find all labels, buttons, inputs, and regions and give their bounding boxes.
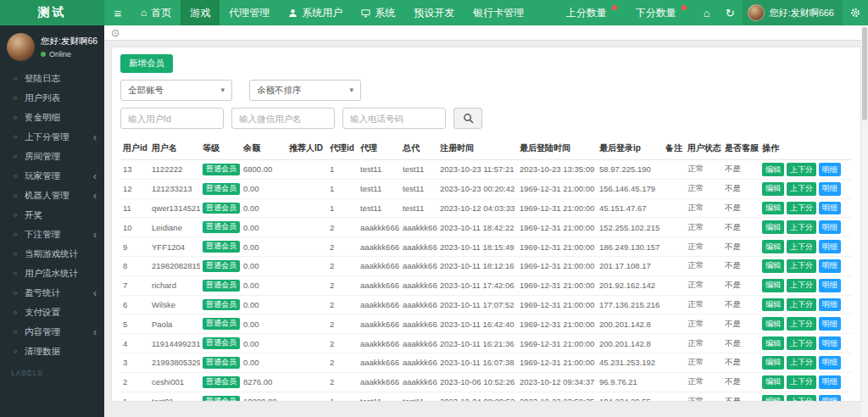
updown-button[interactable]: 上下分 <box>787 298 816 312</box>
detail-button[interactable]: 明细 <box>819 163 841 176</box>
edit-button[interactable]: 编辑 <box>762 356 784 370</box>
page-scrollbar[interactable] <box>861 25 868 417</box>
edit-button[interactable]: 编辑 <box>762 163 784 176</box>
sidebar-item-3[interactable]: ○上下分管理‹ <box>0 127 104 147</box>
edit-button[interactable]: 编辑 <box>762 202 784 215</box>
detail-button[interactable]: 明细 <box>819 375 841 389</box>
search-button[interactable] <box>453 108 482 129</box>
detail-button[interactable]: 明细 <box>819 336 841 350</box>
wechat-name-input[interactable] <box>231 108 335 129</box>
sidebar-item-8[interactable]: ○下注管理‹ <box>0 225 104 244</box>
column-header-0[interactable]: 用户id <box>120 137 149 160</box>
updown-button[interactable]: 上下分 <box>787 395 816 402</box>
column-header-6[interactable]: 代理 <box>358 137 400 160</box>
column-header-1[interactable]: 用户名 <box>149 137 200 160</box>
detail-button[interactable]: 明细 <box>819 356 841 370</box>
user-id-input[interactable] <box>120 108 224 129</box>
updown-button[interactable]: 上下分 <box>787 317 816 331</box>
cell-reg_time: 2023-10-06 10:52:26 <box>437 372 517 392</box>
tab-refresh-icon[interactable]: ⊙ <box>111 28 120 38</box>
cell-general_agent: test11 <box>400 160 437 180</box>
topnav-item-0[interactable]: ⌂首页 <box>131 0 181 25</box>
sidebar-item-10[interactable]: ○用户流水统计 <box>0 264 104 283</box>
column-header-8[interactable]: 注册时间 <box>437 137 517 160</box>
add-member-button[interactable]: 新增会员 <box>120 54 173 73</box>
cell-value-general_agent: test11 <box>403 397 424 402</box>
topnav-item-4[interactable]: 系统 <box>352 0 404 25</box>
detail-button[interactable]: 明细 <box>819 395 841 402</box>
menu-toggle-icon[interactable]: ≡ <box>104 0 131 25</box>
column-header-11[interactable]: 备注 <box>663 137 685 160</box>
updown-button[interactable]: 上下分 <box>787 336 816 350</box>
detail-button[interactable]: 明细 <box>819 298 841 312</box>
edit-button[interactable]: 编辑 <box>762 220 784 234</box>
updown-button[interactable]: 上下分 <box>787 220 816 234</box>
updown-button[interactable]: 上下分 <box>787 163 816 176</box>
column-header-5[interactable]: 代理id <box>327 137 358 160</box>
account-filter-select[interactable]: 全部账号 ▾ <box>120 80 232 101</box>
column-header-7[interactable]: 总代 <box>400 137 437 160</box>
sidebar-item-1[interactable]: ○用户列表 <box>0 88 104 108</box>
updown-button[interactable]: 上下分 <box>787 259 816 273</box>
sidebar-item-13[interactable]: ○内容管理‹ <box>0 322 104 342</box>
column-header-4[interactable]: 推荐人ID <box>287 137 327 160</box>
sidebar-item-12[interactable]: ○支付设置 <box>0 303 104 322</box>
column-header-3[interactable]: 余额 <box>241 137 287 160</box>
column-header-14[interactable]: 操作 <box>760 137 852 160</box>
detail-button[interactable]: 明细 <box>819 202 841 215</box>
updown-button[interactable]: 上下分 <box>787 356 816 370</box>
sidebar-item-6[interactable]: ○机器人管理‹ <box>0 186 104 205</box>
sidebar-item-9[interactable]: ○当期游戏统计 <box>0 244 104 264</box>
sidebar-item-7[interactable]: ○开奖 <box>0 205 104 225</box>
edit-button[interactable]: 编辑 <box>762 182 784 196</box>
edit-button[interactable]: 编辑 <box>762 240 784 253</box>
edit-button[interactable]: 编辑 <box>762 298 784 312</box>
edit-button[interactable]: 编辑 <box>762 279 784 292</box>
column-header-13[interactable]: 是否客服 <box>722 137 760 160</box>
sidebar-item-11[interactable]: ○盈亏统计‹ <box>0 283 104 303</box>
home-shortcut-icon[interactable]: ⌂ <box>696 0 718 25</box>
cell-actions: 编辑上下分明细 <box>760 218 852 237</box>
updown-button[interactable]: 上下分 <box>787 375 816 389</box>
topnav-item-1[interactable]: 游戏 <box>181 0 220 25</box>
user-menu[interactable]: 您好:发财啊666 <box>743 0 843 25</box>
detail-button[interactable]: 明细 <box>819 279 841 292</box>
up-score-button[interactable]: 上分数量 <box>557 0 626 25</box>
column-header-9[interactable]: 最后登陆时间 <box>517 137 597 160</box>
sidebar-item-4[interactable]: ○房间管理 <box>0 147 104 166</box>
topnav-item-5[interactable]: 预设开发 <box>404 0 464 25</box>
topnav-item-6[interactable]: 银行卡管理 <box>464 0 533 25</box>
edit-button[interactable]: 编辑 <box>762 336 784 350</box>
sidebar-item-14[interactable]: ○清理数据 <box>0 342 104 361</box>
edit-button[interactable]: 编辑 <box>762 259 784 273</box>
column-header-12[interactable]: 用户状态 <box>685 137 722 160</box>
updown-button[interactable]: 上下分 <box>787 240 816 253</box>
detail-button[interactable]: 明细 <box>819 240 841 253</box>
updown-button[interactable]: 上下分 <box>787 202 816 215</box>
detail-button[interactable]: 明细 <box>819 220 841 234</box>
topnav-item-3[interactable]: 系统用户 <box>279 0 352 25</box>
sidebar-avatar[interactable] <box>7 33 35 61</box>
column-header-10[interactable]: 最后登录ip <box>597 137 663 160</box>
detail-button[interactable]: 明细 <box>819 259 841 273</box>
down-score-button[interactable]: 下分数量 <box>626 0 696 25</box>
topnav-item-2[interactable]: 代理管理 <box>220 0 279 25</box>
cell-value-is_service: 不是 <box>725 299 741 309</box>
refresh-icon[interactable]: ↻ <box>718 0 743 25</box>
scrollbar-thumb[interactable] <box>862 27 867 120</box>
updown-button[interactable]: 上下分 <box>787 279 816 292</box>
detail-button[interactable]: 明细 <box>819 182 841 196</box>
column-header-2[interactable]: 等级 <box>200 137 241 160</box>
updown-button[interactable]: 上下分 <box>787 182 816 196</box>
sidebar-item-5[interactable]: ○玩家管理‹ <box>0 166 104 186</box>
edit-button[interactable]: 编辑 <box>762 395 784 402</box>
sidebar-item-2[interactable]: ○资金明细 <box>0 108 104 127</box>
sidebar-item-0[interactable]: ○登陆日志 <box>0 69 104 88</box>
detail-button[interactable]: 明细 <box>819 317 841 331</box>
app-logo[interactable]: 测试 <box>0 0 104 25</box>
balance-sort-select[interactable]: 余额不排序 ▾ <box>249 80 361 101</box>
settings-gear-icon[interactable] <box>843 0 868 25</box>
phone-input[interactable] <box>342 108 446 129</box>
edit-button[interactable]: 编辑 <box>762 375 784 389</box>
edit-button[interactable]: 编辑 <box>762 317 784 331</box>
